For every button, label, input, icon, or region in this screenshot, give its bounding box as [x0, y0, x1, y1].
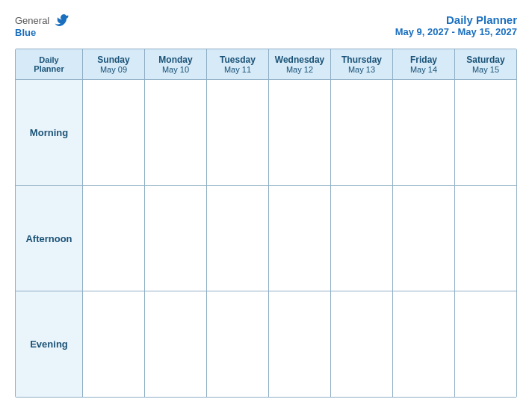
- morning-sunday[interactable]: [83, 80, 145, 185]
- col-header-sunday: Sunday May 09: [83, 49, 145, 79]
- col-header-friday: Friday May 14: [393, 49, 455, 79]
- day-date-monday: May 10: [162, 65, 189, 74]
- day-name-saturday: Saturday: [466, 55, 504, 65]
- afternoon-monday[interactable]: [145, 186, 207, 291]
- header-label-cell: Daily Planner: [16, 49, 83, 79]
- planner-dates: May 9, 2027 - May 15, 2027: [395, 26, 517, 37]
- afternoon-wednesday[interactable]: [269, 186, 331, 291]
- evening-thursday[interactable]: [331, 291, 393, 397]
- day-name-friday: Friday: [410, 55, 437, 65]
- day-name-wednesday: Wednesday: [275, 55, 324, 65]
- header-label-bottom: Planner: [34, 64, 64, 73]
- header: General Blue Daily Planner May 9, 2027 -…: [15, 13, 517, 38]
- morning-tuesday[interactable]: [207, 80, 269, 185]
- day-name-sunday: Sunday: [97, 55, 129, 65]
- day-date-wednesday: May 12: [286, 65, 313, 74]
- calendar-header-row: Daily Planner Sunday May 09 Monday May 1…: [16, 49, 516, 80]
- col-header-thursday: Thursday May 13: [331, 49, 393, 79]
- morning-saturday[interactable]: [455, 80, 516, 185]
- morning-thursday[interactable]: [331, 80, 393, 185]
- evening-friday[interactable]: [393, 291, 455, 397]
- afternoon-saturday[interactable]: [455, 186, 516, 291]
- morning-wednesday[interactable]: [269, 80, 331, 185]
- day-date-tuesday: May 11: [224, 65, 251, 74]
- afternoon-label-text: Afternoon: [25, 233, 72, 244]
- afternoon-sunday[interactable]: [83, 186, 145, 291]
- afternoon-label: Afternoon: [16, 186, 83, 291]
- planner-title: Daily Planner: [395, 13, 517, 26]
- day-name-thursday: Thursday: [341, 55, 382, 65]
- evening-tuesday[interactable]: [207, 291, 269, 397]
- evening-row: Evening: [16, 291, 516, 397]
- evening-label: Evening: [16, 291, 83, 397]
- evening-saturday[interactable]: [455, 291, 516, 397]
- day-date-friday: May 14: [410, 65, 437, 74]
- afternoon-row: Afternoon: [16, 186, 516, 292]
- col-header-monday: Monday May 10: [145, 49, 207, 79]
- col-header-wednesday: Wednesday May 12: [269, 49, 331, 79]
- day-date-thursday: May 13: [348, 65, 375, 74]
- morning-row: Morning: [16, 80, 516, 186]
- evening-sunday[interactable]: [83, 291, 145, 397]
- day-name-monday: Monday: [158, 55, 192, 65]
- col-header-saturday: Saturday May 15: [455, 49, 516, 79]
- col-header-tuesday: Tuesday May 11: [207, 49, 269, 79]
- afternoon-thursday[interactable]: [331, 186, 393, 291]
- morning-label-text: Morning: [30, 127, 68, 138]
- day-date-sunday: May 09: [100, 65, 127, 74]
- evening-wednesday[interactable]: [269, 291, 331, 397]
- morning-monday[interactable]: [145, 80, 207, 185]
- morning-friday[interactable]: [393, 80, 455, 185]
- day-date-saturday: May 15: [472, 65, 499, 74]
- evening-label-text: Evening: [30, 339, 68, 350]
- logo-bird-icon: [52, 13, 69, 27]
- calendar-grid: Daily Planner Sunday May 09 Monday May 1…: [15, 49, 517, 398]
- evening-monday[interactable]: [145, 291, 207, 397]
- morning-label: Morning: [16, 80, 83, 185]
- logo-blue-text: Blue: [15, 27, 36, 38]
- afternoon-tuesday[interactable]: [207, 186, 269, 291]
- page: General Blue Daily Planner May 9, 2027 -…: [0, 0, 532, 411]
- logo-area: General Blue: [15, 13, 69, 38]
- logo-general-text: General: [15, 15, 49, 26]
- day-name-tuesday: Tuesday: [220, 55, 256, 65]
- title-area: Daily Planner May 9, 2027 - May 15, 2027: [395, 13, 517, 37]
- afternoon-friday[interactable]: [393, 186, 455, 291]
- header-label-top: Daily: [39, 55, 58, 64]
